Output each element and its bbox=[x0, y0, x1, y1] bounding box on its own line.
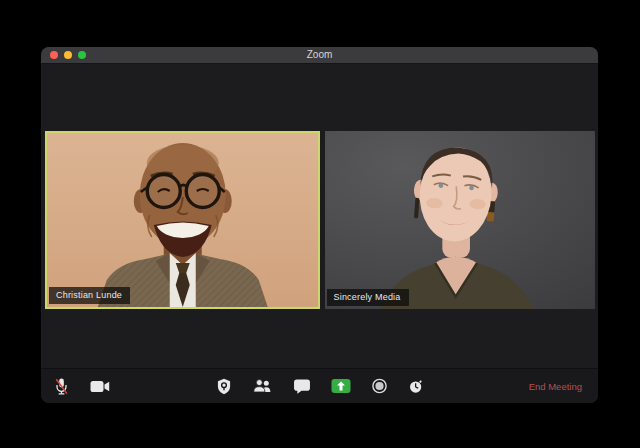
toolbar-left-group bbox=[54, 369, 110, 403]
video-grid: Christian Lunde bbox=[45, 131, 595, 309]
chat-icon bbox=[293, 379, 310, 394]
close-button[interactable] bbox=[50, 51, 58, 59]
clock-button[interactable] bbox=[408, 379, 423, 394]
record-button[interactable] bbox=[371, 378, 387, 394]
share-arrow-up-icon bbox=[335, 381, 346, 391]
window-title: Zoom bbox=[307, 50, 333, 60]
record-icon bbox=[371, 378, 387, 394]
clock-icon bbox=[408, 379, 423, 394]
microphone-muted-icon bbox=[54, 377, 69, 396]
mute-button[interactable] bbox=[54, 377, 69, 396]
christian-lunde-video bbox=[47, 133, 318, 307]
toolbar-center-group bbox=[216, 369, 423, 403]
fullscreen-button[interactable] bbox=[78, 51, 86, 59]
security-button[interactable] bbox=[216, 378, 231, 395]
participant-name-label: Christian Lunde bbox=[49, 287, 130, 304]
share-screen-button[interactable] bbox=[331, 379, 350, 393]
security-shield-icon bbox=[216, 378, 231, 395]
meeting-content: Christian Lunde bbox=[41, 64, 598, 368]
chat-button[interactable] bbox=[293, 379, 310, 394]
sincerely-media-video bbox=[325, 131, 596, 309]
desktop: { "window": { "title": "Zoom", "traffic_… bbox=[0, 0, 640, 448]
participants-icon bbox=[252, 379, 272, 393]
participants-button[interactable] bbox=[252, 379, 272, 393]
minimize-button[interactable] bbox=[64, 51, 72, 59]
participant-name-label: Sincerely Media bbox=[327, 289, 409, 306]
zoom-window: Zoom bbox=[41, 47, 598, 403]
window-titlebar: Zoom bbox=[41, 47, 598, 64]
meeting-toolbar: End Meeting bbox=[41, 368, 598, 403]
video-tile-sincerely-media[interactable]: Sincerely Media bbox=[325, 131, 596, 309]
video-camera-icon bbox=[90, 380, 110, 393]
share-screen-chip bbox=[331, 379, 350, 393]
traffic-lights bbox=[50, 47, 86, 63]
video-tile-christian-lunde[interactable]: Christian Lunde bbox=[45, 131, 320, 309]
start-video-button[interactable] bbox=[90, 380, 110, 393]
end-meeting-button[interactable]: End Meeting bbox=[523, 369, 588, 403]
